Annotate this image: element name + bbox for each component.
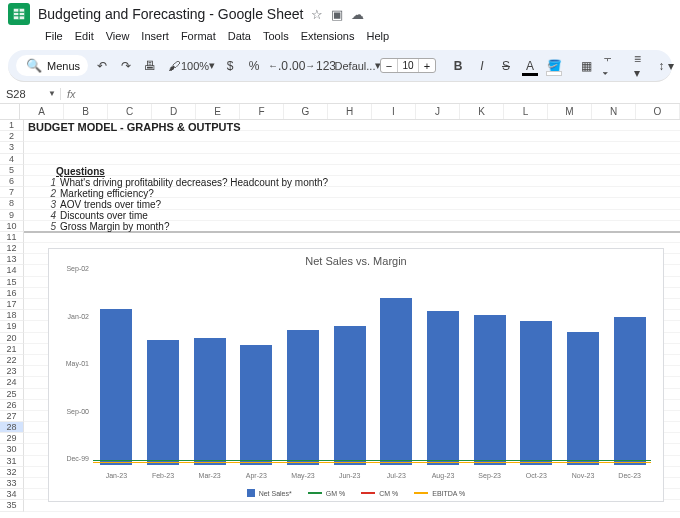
row-header[interactable]: 26 <box>0 400 24 411</box>
font-size-stepper[interactable]: − 10 + <box>380 58 436 73</box>
row-header[interactable]: 28 <box>0 422 24 433</box>
bar <box>520 321 552 465</box>
font-size-value[interactable]: 10 <box>397 59 419 72</box>
col-header-O[interactable]: O <box>636 104 680 119</box>
cloud-icon[interactable]: ☁ <box>351 7 364 22</box>
number-format-button[interactable]: 123 <box>316 55 336 77</box>
row-header[interactable]: 13 <box>0 254 24 265</box>
row-header[interactable]: 6 <box>0 176 24 187</box>
row-header[interactable]: 17 <box>0 299 24 310</box>
borders-button[interactable]: ▦ <box>576 55 596 77</box>
menu-format[interactable]: Format <box>176 28 221 44</box>
row-header[interactable]: 9 <box>0 210 24 221</box>
text-color-button[interactable]: A <box>520 55 540 77</box>
series-line <box>93 462 651 464</box>
menus-label: Menus <box>47 60 80 72</box>
row-header[interactable]: 20 <box>0 333 24 344</box>
sheets-logo[interactable] <box>8 3 30 25</box>
align-button[interactable]: ≡ ▾ <box>632 55 652 77</box>
row-header[interactable]: 16 <box>0 288 24 299</box>
row-header[interactable]: 2 <box>0 131 24 142</box>
strike-button[interactable]: S <box>496 55 516 77</box>
bold-button[interactable]: B <box>448 55 468 77</box>
row-header[interactable]: 3 <box>0 142 24 153</box>
menus-search[interactable]: 🔍 Menus <box>16 55 88 76</box>
menu-insert[interactable]: Insert <box>136 28 174 44</box>
spreadsheet-grid[interactable]: ABCDEFGHIJKLMNO 123456789101112131415161… <box>0 104 680 518</box>
col-header-F[interactable]: F <box>240 104 284 119</box>
row-header[interactable]: 22 <box>0 355 24 366</box>
row-header[interactable]: 4 <box>0 154 24 165</box>
row-header[interactable]: 31 <box>0 456 24 467</box>
row-header[interactable]: 10 <box>0 221 24 232</box>
menu-file[interactable]: File <box>40 28 68 44</box>
row-header[interactable]: 24 <box>0 377 24 388</box>
col-header-M[interactable]: M <box>548 104 592 119</box>
col-header-C[interactable]: C <box>108 104 152 119</box>
font-select[interactable]: Defaul... ▾ <box>348 55 368 77</box>
col-header-I[interactable]: I <box>372 104 416 119</box>
row-header[interactable]: 29 <box>0 433 24 444</box>
undo-button[interactable]: ↶ <box>92 55 112 77</box>
row-header[interactable]: 5 <box>0 165 24 176</box>
currency-button[interactable]: $ <box>220 55 240 77</box>
col-header-N[interactable]: N <box>592 104 636 119</box>
name-box-dropdown[interactable]: ▼ <box>44 89 60 98</box>
row-header[interactable]: 33 <box>0 478 24 489</box>
merge-button[interactable]: ⫟ ▾ <box>600 55 620 77</box>
decrease-decimal-button[interactable]: ←.0 <box>268 55 288 77</box>
row-header[interactable]: 18 <box>0 310 24 321</box>
increase-decimal-button[interactable]: .00→ <box>292 55 312 77</box>
redo-button[interactable]: ↷ <box>116 55 136 77</box>
col-header-D[interactable]: D <box>152 104 196 119</box>
select-all-corner[interactable] <box>0 104 20 119</box>
row-header[interactable]: 19 <box>0 321 24 332</box>
x-tick: May-23 <box>283 472 323 479</box>
col-header-L[interactable]: L <box>504 104 548 119</box>
menu-data[interactable]: Data <box>223 28 256 44</box>
col-header-B[interactable]: B <box>64 104 108 119</box>
row-header[interactable]: 25 <box>0 389 24 400</box>
font-size-plus[interactable]: + <box>419 60 435 72</box>
row-header[interactable]: 7 <box>0 187 24 198</box>
print-button[interactable]: 🖶 <box>140 55 160 77</box>
legend-item: CM % <box>361 489 398 497</box>
col-header-G[interactable]: G <box>284 104 328 119</box>
row-header[interactable]: 23 <box>0 366 24 377</box>
row-header[interactable]: 27 <box>0 411 24 422</box>
row-header[interactable]: 1 <box>0 120 24 131</box>
menu-extensions[interactable]: Extensions <box>296 28 360 44</box>
y-tick: Sep-00 <box>53 407 89 414</box>
zoom-select[interactable]: 100% ▾ <box>188 55 208 77</box>
chart-net-sales-margin[interactable]: Net Sales vs. Margin Dec-99Sep-00May-01J… <box>48 248 664 502</box>
col-header-H[interactable]: H <box>328 104 372 119</box>
col-header-K[interactable]: K <box>460 104 504 119</box>
valign-button[interactable]: ↕ ▾ <box>656 55 676 77</box>
menu-view[interactable]: View <box>101 28 135 44</box>
menu-tools[interactable]: Tools <box>258 28 294 44</box>
menu-help[interactable]: Help <box>361 28 394 44</box>
row-header[interactable]: 11 <box>0 232 24 243</box>
formula-bar: S28 ▼ fx <box>0 84 680 104</box>
row-header[interactable]: 15 <box>0 277 24 288</box>
percent-button[interactable]: % <box>244 55 264 77</box>
col-header-J[interactable]: J <box>416 104 460 119</box>
move-icon[interactable]: ▣ <box>331 7 343 22</box>
italic-button[interactable]: I <box>472 55 492 77</box>
row-header[interactable]: 34 <box>0 489 24 500</box>
row-header[interactable]: 21 <box>0 344 24 355</box>
star-icon[interactable]: ☆ <box>311 7 323 22</box>
doc-title[interactable]: Budgeting and Forecasting - Google Sheet <box>38 6 303 22</box>
row-header[interactable]: 14 <box>0 265 24 276</box>
font-size-minus[interactable]: − <box>381 60 397 72</box>
col-header-E[interactable]: E <box>196 104 240 119</box>
fill-color-button[interactable]: 🪣 <box>544 55 564 77</box>
col-header-A[interactable]: A <box>20 104 64 119</box>
row-header[interactable]: 12 <box>0 243 24 254</box>
row-header[interactable]: 32 <box>0 467 24 478</box>
row-header[interactable]: 30 <box>0 444 24 455</box>
row-header[interactable]: 35 <box>0 500 24 511</box>
name-box[interactable]: S28 <box>0 88 44 100</box>
row-header[interactable]: 8 <box>0 198 24 209</box>
menu-edit[interactable]: Edit <box>70 28 99 44</box>
